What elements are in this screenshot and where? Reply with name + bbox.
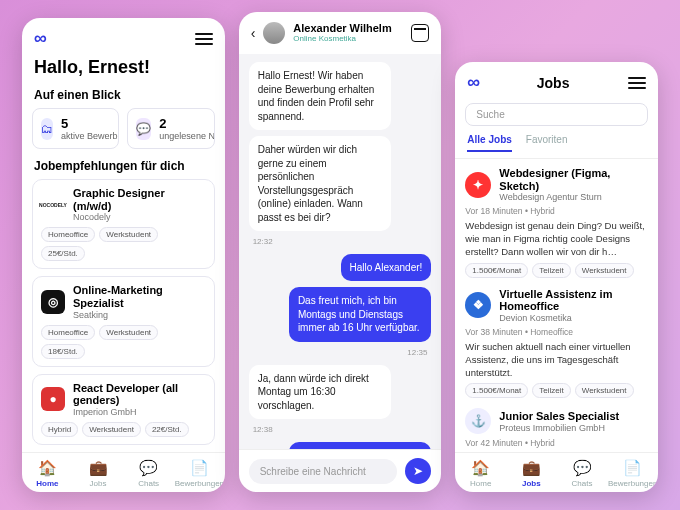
filter-tabs: Alle JobsFavoriten [455, 134, 658, 159]
briefcase-icon: 💼 [506, 459, 557, 477]
post-tag: Teilzeit [532, 263, 570, 278]
page-title: Jobs [478, 75, 628, 91]
job-tag: Homeoffice [41, 325, 95, 340]
post-title: Webdesigner (Figma, Sketch) [499, 167, 648, 192]
message-outgoing[interactable]: Das freut mich, ich bin Montags und Dien… [289, 287, 431, 342]
chat-contact-name: Alexander Wilhelm [293, 23, 403, 34]
jobs-feed[interactable]: ✦ Webdesigner (Figma, Sketch) Webdesign … [455, 159, 658, 452]
post-tags: 1.500€/MonatTeilzeitWerkstudent [465, 263, 648, 278]
tab-bewerbungen[interactable]: 📄Bewerbungen [174, 459, 225, 488]
company-icon: ❖ [465, 292, 491, 318]
job-tag: Werkstudent [99, 325, 158, 340]
home-icon: 🏠 [22, 459, 73, 477]
tab-bewerbungen[interactable]: 📄Bewerbungen [607, 459, 658, 488]
glance-card-messages[interactable]: 💬 2 ungelesene Nachrichten [127, 108, 214, 149]
chat-screen: ‹ Alexander Wilhelm Online Kosmetika Hal… [239, 12, 442, 492]
chat-icon: 💬 [123, 459, 174, 477]
job-company: Nocodely [73, 212, 206, 222]
post-tag: Werkstudent [575, 383, 634, 398]
job-title: React Developer (all genders) [73, 382, 206, 407]
company-icon: ✦ [465, 172, 491, 198]
message-input[interactable]: Schreibe eine Nachricht [249, 459, 398, 484]
menu-icon[interactable] [195, 33, 213, 45]
message-incoming[interactable]: Daher würden wir dich gerne zu einem per… [249, 136, 391, 231]
post-description: Wir suchen aktuell nach einer virtuellen… [465, 341, 648, 379]
tab-bar: 🏠Home💼Jobs💬Chats📄Bewerbungen [455, 452, 658, 492]
glance-count: 5 [61, 116, 119, 131]
filter-tab[interactable]: Alle Jobs [467, 134, 511, 152]
job-tag: Werkstudent [99, 227, 158, 242]
tab-jobs[interactable]: 💼Jobs [506, 459, 557, 488]
search-input[interactable]: Suche [465, 103, 648, 126]
tab-chats[interactable]: 💬Chats [557, 459, 608, 488]
job-recommendations: NOCODELY Graphic Designer (m/w/d) Nocode… [22, 179, 225, 452]
tab-home[interactable]: 🏠Home [22, 459, 73, 488]
message-list[interactable]: Hallo Ernest! Wir haben deine Bewerbung … [239, 54, 442, 449]
job-post[interactable]: ⚓ Junior Sales Specialist Proteus Immobi… [465, 408, 648, 452]
send-button[interactable]: ➤ [405, 458, 431, 484]
menu-icon[interactable] [628, 77, 646, 89]
job-title: Online-Marketing Spezialist [73, 284, 206, 309]
post-tags: 1.500€/MonatTeilzeitWerkstudent [465, 383, 648, 398]
message-incoming[interactable]: Ja, dann würde ich direkt Montag um 16:3… [249, 365, 391, 420]
timestamp: 12:35 [403, 348, 431, 359]
timestamp: 12:32 [249, 237, 273, 248]
job-tag: 18€/Std. [41, 344, 85, 359]
post-company: Devion Kosmetika [499, 313, 648, 323]
job-tags: HomeofficeWerkstudent18€/Std. [41, 325, 206, 359]
message-outgoing[interactable]: Perfekt, sendest du mir dann eine Einlad… [289, 442, 431, 449]
company-icon: NOCODELY [41, 193, 65, 217]
post-tag: Werkstudent [575, 263, 634, 278]
job-tag: Homeoffice [41, 227, 95, 242]
job-tags: HybridWerkstudent22€/Std. [41, 422, 206, 437]
post-tag: 1.500€/Monat [465, 383, 528, 398]
job-company: Seatking [73, 310, 206, 320]
post-title: Junior Sales Specialist [499, 410, 619, 423]
calendar-icon[interactable] [411, 24, 429, 42]
job-tag: 22€/Std. [145, 422, 189, 437]
jobs-header: ∞ Jobs [455, 62, 658, 99]
tab-bar: 🏠Home💼Jobs💬Chats📄Bewerbungen [22, 452, 225, 492]
post-company: Webdesign Agentur Sturn [499, 192, 648, 202]
glance-row: 🗂 5 aktive Bewerbungen 💬 2 ungelesene Na… [22, 108, 225, 159]
tab-jobs[interactable]: 💼Jobs [73, 459, 124, 488]
job-post[interactable]: ❖ Virtuelle Assistenz im Homeoffice Devi… [465, 288, 648, 399]
company-icon: ⚓ [465, 408, 491, 434]
message-outgoing[interactable]: Hallo Alexander! [341, 254, 432, 282]
chat-icon: 💬 [136, 118, 151, 140]
post-description: Webdesign ist genau dein Ding? Du weißt,… [465, 220, 648, 258]
back-icon[interactable]: ‹ [251, 25, 256, 41]
glance-label: ungelesene Nachrichten [159, 131, 214, 141]
app-logo[interactable]: ∞ [467, 72, 478, 93]
timestamp: 12:38 [249, 425, 273, 436]
job-card[interactable]: ◎ Online-Marketing Spezialist Seatking H… [32, 276, 215, 366]
greeting: Hallo, Ernest! [22, 55, 225, 88]
avatar[interactable] [263, 22, 285, 44]
recs-heading: Jobempfehlungen für dich [22, 159, 225, 179]
job-post[interactable]: ✦ Webdesigner (Figma, Sketch) Webdesign … [465, 167, 648, 278]
message-incoming[interactable]: Hallo Ernest! Wir haben deine Bewerbung … [249, 62, 391, 130]
job-card[interactable]: ● React Developer (all genders) Imperion… [32, 374, 215, 445]
job-card[interactable]: NOCODELY Graphic Designer (m/w/d) Nocode… [32, 179, 215, 269]
job-title: Graphic Designer (m/w/d) [73, 187, 206, 212]
filter-tab[interactable]: Favoriten [526, 134, 568, 152]
file-icon: 📄 [607, 459, 658, 477]
post-meta: Vor 42 Minuten • Hybrid [465, 438, 648, 448]
home-header: ∞ [22, 18, 225, 55]
job-company: Imperion GmbH [73, 407, 206, 417]
home-screen: ∞ Hallo, Ernest! Auf einen Blick 🗂 5 akt… [22, 18, 225, 492]
briefcase-icon: 🗂 [41, 118, 53, 140]
tab-chats[interactable]: 💬Chats [123, 459, 174, 488]
post-meta: Vor 38 Minuten • Homeoffice [465, 327, 648, 337]
post-title: Virtuelle Assistenz im Homeoffice [499, 288, 648, 313]
glance-card-applications[interactable]: 🗂 5 aktive Bewerbungen [32, 108, 119, 149]
app-logo[interactable]: ∞ [34, 28, 45, 49]
tab-home[interactable]: 🏠Home [455, 459, 506, 488]
job-tag: Hybrid [41, 422, 78, 437]
post-tag: Teilzeit [532, 383, 570, 398]
glance-count: 2 [159, 116, 214, 131]
post-meta: Vor 18 Minuten • Hybrid [465, 206, 648, 216]
post-tag: 1.500€/Monat [465, 263, 528, 278]
chat-icon: 💬 [557, 459, 608, 477]
briefcase-icon: 💼 [73, 459, 124, 477]
